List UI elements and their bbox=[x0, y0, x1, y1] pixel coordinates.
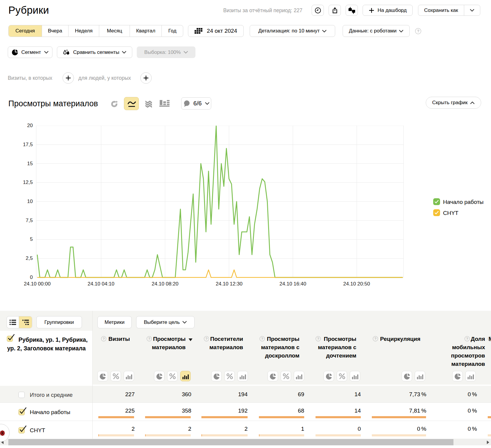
svg-text:?: ? bbox=[317, 337, 319, 341]
svg-text:?: ? bbox=[417, 29, 419, 33]
svg-text:?: ? bbox=[103, 337, 105, 341]
svg-text:?: ? bbox=[148, 337, 150, 341]
svg-text:?: ? bbox=[466, 337, 468, 341]
svg-text:?: ? bbox=[375, 337, 376, 341]
svg-text:?: ? bbox=[261, 337, 263, 341]
svg-text:?: ? bbox=[206, 337, 207, 341]
